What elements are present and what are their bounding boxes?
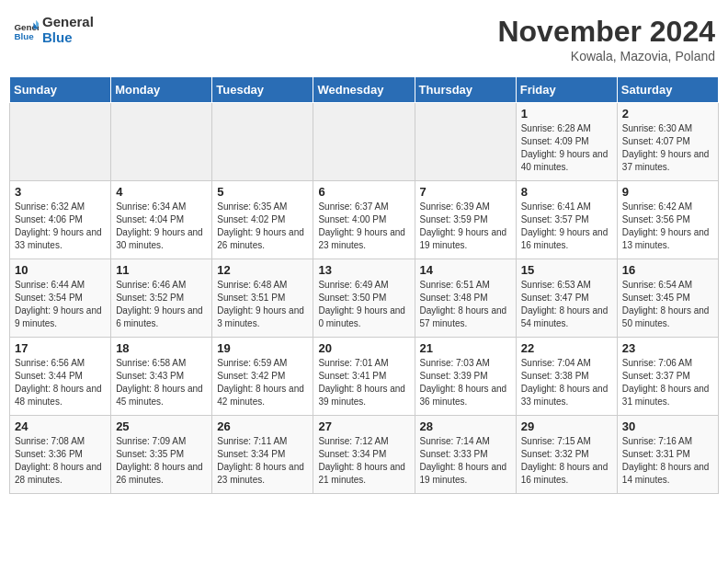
day-number: 5 [217, 185, 308, 199]
page-header: General Blue General Blue November 2024 … [9, 9, 719, 69]
week-row-3: 10Sunrise: 6:44 AMSunset: 3:54 PMDayligh… [10, 259, 719, 338]
day-info: Sunrise: 6:41 AMSunset: 3:57 PMDaylight:… [521, 201, 612, 252]
location: Kowala, Mazovia, Poland [497, 49, 715, 63]
weekday-header-friday: Friday [516, 77, 617, 103]
day-info: Sunrise: 6:35 AMSunset: 4:02 PMDaylight:… [217, 201, 308, 252]
month-title: November 2024 [497, 15, 715, 49]
day-cell: 30Sunrise: 7:16 AMSunset: 3:31 PMDayligh… [617, 416, 718, 494]
logo-icon: General Blue [13, 17, 39, 43]
day-info: Sunrise: 7:16 AMSunset: 3:31 PMDaylight:… [622, 435, 713, 487]
day-cell: 21Sunrise: 7:03 AMSunset: 3:39 PMDayligh… [415, 338, 516, 416]
day-cell: 28Sunrise: 7:14 AMSunset: 3:33 PMDayligh… [415, 416, 516, 494]
day-cell: 20Sunrise: 7:01 AMSunset: 3:41 PMDayligh… [313, 338, 415, 416]
day-cell: 1Sunrise: 6:28 AMSunset: 4:09 PMDaylight… [516, 103, 617, 181]
day-number: 21 [420, 341, 511, 355]
day-cell [212, 103, 313, 181]
day-cell: 26Sunrise: 7:11 AMSunset: 3:34 PMDayligh… [212, 416, 313, 494]
weekday-header-monday: Monday [111, 77, 212, 103]
day-number: 17 [15, 341, 106, 355]
day-number: 2 [622, 107, 713, 121]
weekday-header-row: SundayMondayTuesdayWednesdayThursdayFrid… [10, 77, 719, 103]
day-number: 12 [217, 263, 308, 277]
logo-text-line1: General [42, 15, 94, 30]
day-cell [415, 103, 516, 181]
day-number: 29 [521, 419, 612, 433]
week-row-1: 1Sunrise: 6:28 AMSunset: 4:09 PMDaylight… [10, 103, 719, 181]
day-info: Sunrise: 6:37 AMSunset: 4:00 PMDaylight:… [318, 201, 409, 252]
day-number: 25 [116, 419, 207, 433]
day-cell: 10Sunrise: 6:44 AMSunset: 3:54 PMDayligh… [10, 259, 111, 338]
day-cell: 24Sunrise: 7:08 AMSunset: 3:36 PMDayligh… [10, 416, 111, 494]
day-info: Sunrise: 7:14 AMSunset: 3:33 PMDaylight:… [420, 435, 511, 487]
day-cell: 12Sunrise: 6:48 AMSunset: 3:51 PMDayligh… [212, 259, 313, 338]
day-info: Sunrise: 6:56 AMSunset: 3:44 PMDaylight:… [15, 357, 106, 408]
day-cell [10, 103, 111, 181]
day-info: Sunrise: 6:49 AMSunset: 3:50 PMDaylight:… [318, 279, 409, 330]
day-number: 19 [217, 341, 308, 355]
day-info: Sunrise: 7:11 AMSunset: 3:34 PMDaylight:… [217, 435, 308, 487]
day-number: 15 [521, 263, 612, 277]
day-cell: 27Sunrise: 7:12 AMSunset: 3:34 PMDayligh… [313, 416, 415, 494]
day-cell: 25Sunrise: 7:09 AMSunset: 3:35 PMDayligh… [111, 416, 212, 494]
week-row-5: 24Sunrise: 7:08 AMSunset: 3:36 PMDayligh… [10, 416, 719, 494]
day-cell: 13Sunrise: 6:49 AMSunset: 3:50 PMDayligh… [313, 259, 415, 338]
day-number: 10 [15, 263, 106, 277]
day-cell: 22Sunrise: 7:04 AMSunset: 3:38 PMDayligh… [516, 338, 617, 416]
day-cell: 2Sunrise: 6:30 AMSunset: 4:07 PMDaylight… [617, 103, 718, 181]
day-cell: 4Sunrise: 6:34 AMSunset: 4:04 PMDaylight… [111, 181, 212, 259]
weekday-header-sunday: Sunday [10, 77, 111, 103]
day-cell: 16Sunrise: 6:54 AMSunset: 3:45 PMDayligh… [617, 259, 718, 338]
day-info: Sunrise: 7:09 AMSunset: 3:35 PMDaylight:… [116, 435, 207, 487]
day-info: Sunrise: 7:04 AMSunset: 3:38 PMDaylight:… [521, 357, 612, 408]
day-number: 13 [318, 263, 409, 277]
day-number: 7 [420, 185, 511, 199]
weekday-header-wednesday: Wednesday [313, 77, 415, 103]
day-info: Sunrise: 7:08 AMSunset: 3:36 PMDaylight:… [15, 435, 106, 487]
logo: General Blue General Blue [13, 15, 94, 45]
day-cell: 11Sunrise: 6:46 AMSunset: 3:52 PMDayligh… [111, 259, 212, 338]
day-number: 1 [521, 107, 612, 121]
svg-text:Blue: Blue [14, 30, 34, 40]
day-number: 16 [622, 263, 713, 277]
day-number: 28 [420, 419, 511, 433]
day-number: 11 [116, 263, 207, 277]
day-info: Sunrise: 6:34 AMSunset: 4:04 PMDaylight:… [116, 201, 207, 252]
day-cell: 3Sunrise: 6:32 AMSunset: 4:06 PMDaylight… [10, 181, 111, 259]
day-number: 9 [622, 185, 713, 199]
day-info: Sunrise: 6:58 AMSunset: 3:43 PMDaylight:… [116, 357, 207, 408]
day-cell: 18Sunrise: 6:58 AMSunset: 3:43 PMDayligh… [111, 338, 212, 416]
day-number: 24 [15, 419, 106, 433]
day-info: Sunrise: 7:01 AMSunset: 3:41 PMDaylight:… [318, 357, 409, 408]
day-info: Sunrise: 6:32 AMSunset: 4:06 PMDaylight:… [15, 201, 106, 252]
day-info: Sunrise: 6:51 AMSunset: 3:48 PMDaylight:… [420, 279, 511, 330]
day-number: 14 [420, 263, 511, 277]
day-cell: 14Sunrise: 6:51 AMSunset: 3:48 PMDayligh… [415, 259, 516, 338]
day-number: 18 [116, 341, 207, 355]
day-info: Sunrise: 7:03 AMSunset: 3:39 PMDaylight:… [420, 357, 511, 408]
day-number: 8 [521, 185, 612, 199]
day-number: 27 [318, 419, 409, 433]
day-cell: 5Sunrise: 6:35 AMSunset: 4:02 PMDaylight… [212, 181, 313, 259]
day-cell: 23Sunrise: 7:06 AMSunset: 3:37 PMDayligh… [617, 338, 718, 416]
day-info: Sunrise: 6:28 AMSunset: 4:09 PMDaylight:… [521, 122, 612, 174]
day-number: 6 [318, 185, 409, 199]
day-number: 22 [521, 341, 612, 355]
weekday-header-thursday: Thursday [415, 77, 516, 103]
day-cell [111, 103, 212, 181]
day-cell: 8Sunrise: 6:41 AMSunset: 3:57 PMDaylight… [516, 181, 617, 259]
day-cell: 15Sunrise: 6:53 AMSunset: 3:47 PMDayligh… [516, 259, 617, 338]
day-info: Sunrise: 6:44 AMSunset: 3:54 PMDaylight:… [15, 279, 106, 330]
day-number: 30 [622, 419, 713, 433]
day-info: Sunrise: 6:48 AMSunset: 3:51 PMDaylight:… [217, 279, 308, 330]
day-cell: 7Sunrise: 6:39 AMSunset: 3:59 PMDaylight… [415, 181, 516, 259]
svg-marker-3 [36, 19, 39, 26]
day-info: Sunrise: 7:15 AMSunset: 3:32 PMDaylight:… [521, 435, 612, 487]
day-number: 3 [15, 185, 106, 199]
day-number: 4 [116, 185, 207, 199]
day-number: 20 [318, 341, 409, 355]
week-row-2: 3Sunrise: 6:32 AMSunset: 4:06 PMDaylight… [10, 181, 719, 259]
weekday-header-tuesday: Tuesday [212, 77, 313, 103]
day-cell: 29Sunrise: 7:15 AMSunset: 3:32 PMDayligh… [516, 416, 617, 494]
day-info: Sunrise: 6:42 AMSunset: 3:56 PMDaylight:… [622, 201, 713, 252]
day-cell: 9Sunrise: 6:42 AMSunset: 3:56 PMDaylight… [617, 181, 718, 259]
